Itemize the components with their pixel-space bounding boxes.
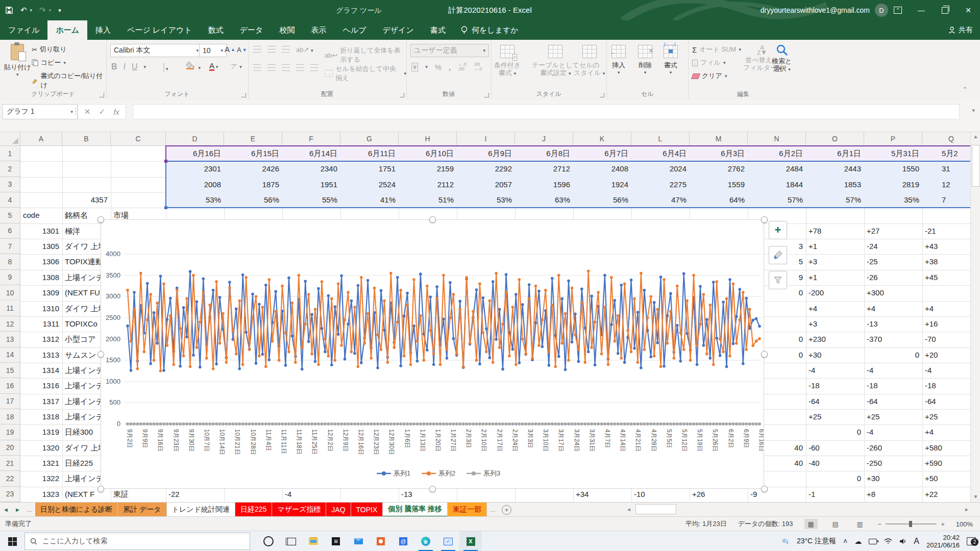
cell-code-1306[interactable]: 1306 [20, 254, 62, 269]
cell-Q23[interactable]: +22 [922, 487, 970, 502]
row-header-14[interactable]: 14 [0, 347, 20, 363]
ribbon-tab-データ[interactable]: データ [232, 20, 272, 40]
cell-Q13[interactable]: -70 [922, 332, 970, 347]
cell-Q19[interactable]: +4 [922, 424, 970, 440]
cell-Q9[interactable]: +45 [922, 270, 970, 285]
sheet-nav-left-icon[interactable]: ◄ [0, 503, 12, 517]
column-header-H[interactable]: H [399, 132, 457, 146]
column-header-A[interactable]: A [20, 132, 62, 146]
cell-code-1319[interactable]: 1319 [20, 424, 62, 440]
chart[interactable]: 050010001500200025003000350040009月2日9月9日… [101, 219, 764, 489]
cell-code-1308[interactable]: 1308 [20, 270, 62, 285]
cell-code-1320[interactable]: 1320 [20, 440, 62, 456]
row-header-5[interactable]: 5 [0, 208, 20, 223]
action-center-icon[interactable]: 2 [967, 537, 976, 545]
row-header-1[interactable]: 1 [0, 146, 20, 161]
column-header-L[interactable]: L [631, 132, 690, 146]
cell-O20[interactable]: -60 [806, 440, 864, 456]
font-name-combo[interactable]: Calibri 本文▾ [110, 44, 202, 57]
row-header-10[interactable]: 10 [0, 285, 20, 300]
sheet-tab-累計 データ[interactable]: 累計 データ [118, 503, 167, 517]
row-header-4[interactable]: 4 [0, 192, 20, 208]
ribbon-tab-ファイル[interactable]: ファイル [0, 20, 47, 40]
taskbar-search-input[interactable]: ここに入力して検索 [24, 533, 250, 550]
horizontal-scroll-thumb[interactable] [635, 504, 676, 514]
sheet-tab-日経225[interactable]: 日経225 [235, 503, 272, 517]
account-email[interactable]: dryyourtearswithlove1@gmail.com [761, 6, 870, 14]
format-cells-button[interactable]: |←→| 書式▾ [664, 45, 678, 77]
sheet-nav-right-icon[interactable]: ► [12, 503, 23, 517]
wrap-text-button[interactable]: ab↩折り返して全体を表示する [325, 46, 406, 64]
align-middle-icon[interactable] [267, 46, 276, 53]
cell-O9[interactable]: +1 [806, 270, 864, 285]
orientation-button[interactable]: ab↗ ▾ [296, 46, 313, 54]
cell-O12[interactable]: +3 [806, 316, 864, 332]
row-header-13[interactable]: 13 [0, 332, 20, 347]
cell-code-1317[interactable]: 1317 [20, 394, 62, 409]
name-box[interactable]: グラフ 1▾ [2, 104, 78, 119]
underline-caret-icon[interactable]: ▾ [144, 64, 146, 69]
cell-code-1322[interactable]: 1322 [20, 471, 62, 486]
zoom-out-icon[interactable]: − [878, 520, 882, 528]
cell-P23[interactable]: +8 [864, 487, 922, 502]
cell-P16[interactable]: -18 [864, 378, 922, 393]
column-header-N[interactable]: N [748, 132, 806, 146]
cell-Q12[interactable]: +16 [922, 316, 970, 332]
cell-code-1313[interactable]: 1313 [20, 347, 62, 363]
chart-selection-handle-3[interactable] [97, 351, 104, 358]
cut-button[interactable]: ✂切り取り [32, 45, 67, 54]
restore-button[interactable] [933, 0, 957, 20]
fill-button[interactable]: ↓フィル▾ [692, 58, 725, 67]
row-header-6[interactable]: 6 [0, 223, 20, 239]
align-bottom-icon[interactable] [282, 46, 290, 53]
chart-styles-button[interactable] [769, 246, 787, 264]
decrease-decimal-icon[interactable]: .00→.0 [474, 62, 482, 71]
cell-P8[interactable]: -25 [864, 254, 922, 269]
cell-P21[interactable]: -250 [864, 456, 922, 471]
cell-code-1323[interactable]: 1323 [20, 487, 62, 502]
column-header-K[interactable]: K [573, 132, 631, 146]
clock[interactable]: 20:422021/06/16 [926, 534, 960, 549]
sheet-more-left[interactable]: … [23, 503, 35, 517]
clear-button[interactable]: クリア▾ [692, 71, 727, 81]
align-right-icon[interactable] [282, 64, 290, 71]
cell-P18[interactable]: +25 [864, 409, 922, 424]
scroll-up-icon[interactable]: ▲ [971, 132, 980, 142]
chart-selection-handle-0[interactable] [97, 216, 104, 223]
formula-bar-expand-icon[interactable]: ▾ [972, 107, 975, 114]
increase-decimal-icon[interactable]: ←.0.00 [458, 62, 467, 71]
column-header-Q[interactable]: Q [922, 132, 970, 146]
chart-selection-handle-7[interactable] [761, 486, 768, 492]
cell-Q15[interactable]: -4 [922, 363, 970, 378]
row-header-7[interactable]: 7 [0, 239, 20, 254]
vertical-scrollbar[interactable]: ▲ ▼ [970, 132, 980, 502]
minimize-button[interactable]: — [910, 0, 933, 20]
column-header-P[interactable]: P [864, 132, 922, 146]
cell-P6[interactable]: +27 [864, 223, 922, 239]
cell-code-1310[interactable]: 1310 [20, 301, 62, 316]
font-color-button[interactable]: A▾ [209, 61, 218, 71]
sheet-tab-東証一部[interactable]: 東証一部 [448, 503, 487, 517]
cell-P19[interactable]: -4 [864, 424, 922, 440]
format-painter-button[interactable]: 書式のコピー/貼り付け [32, 71, 106, 90]
enter-formula-icon[interactable]: ✓ [99, 107, 106, 116]
cell-P17[interactable]: -64 [864, 394, 922, 409]
sheet-tab-個別 騰落率 推移[interactable]: 個別 騰落率 推移 [383, 503, 448, 517]
conditional-formatting-button[interactable]: ≠ 条件付き 書式 ▾ [494, 45, 521, 78]
horizontal-scrollbar[interactable]: ◄ ► [625, 503, 970, 515]
copy-button[interactable]: コピー▾ [32, 58, 66, 67]
save-icon[interactable] [5, 6, 13, 14]
column-header-E[interactable]: E [224, 132, 282, 146]
cell-Q6[interactable]: -21 [922, 223, 970, 239]
new-sheet-button[interactable]: + [499, 503, 514, 517]
cell-Q22[interactable]: +50 [922, 471, 970, 486]
cell-Q18[interactable]: +25 [922, 409, 970, 424]
select-all-corner[interactable] [0, 132, 20, 146]
row-header-3[interactable]: 3 [0, 177, 20, 192]
insert-function-icon[interactable]: fx [113, 108, 119, 116]
wifi-icon[interactable] [884, 538, 892, 544]
row-header-11[interactable]: 11 [0, 301, 20, 316]
cell-Q16[interactable]: -18 [922, 378, 970, 393]
cell-O15[interactable]: -4 [806, 363, 864, 378]
weather-text[interactable]: 23°C 注意報 [797, 537, 836, 546]
